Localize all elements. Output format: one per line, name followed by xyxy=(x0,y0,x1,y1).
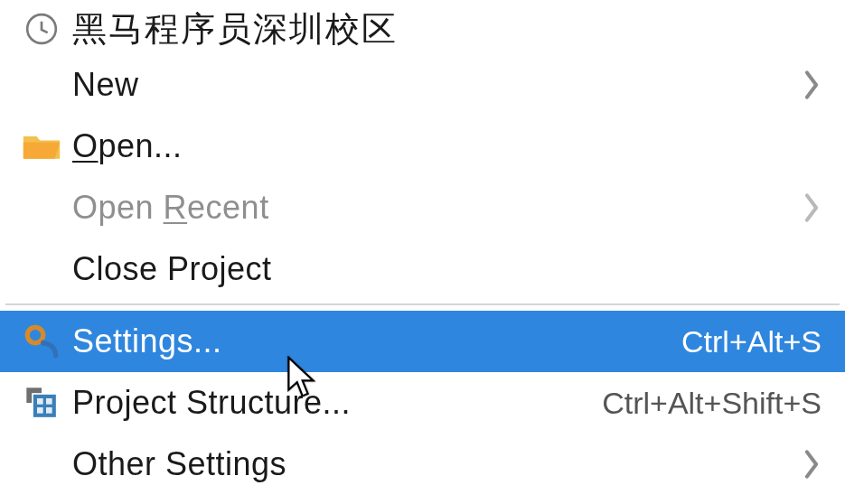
menu-item-label: 黑马程序员深圳校区 xyxy=(72,12,822,46)
menu-item-project-structure[interactable]: Project Structure... Ctrl+Alt+Shift+S xyxy=(0,372,845,434)
svg-rect-6 xyxy=(37,398,43,405)
menu-item-settings[interactable]: Settings... Ctrl+Alt+S xyxy=(0,311,845,372)
project-structure-icon xyxy=(11,372,72,434)
settings-icon xyxy=(11,311,72,372)
menu-item-open-recent[interactable]: Open Recent xyxy=(0,177,845,238)
menu-item-label: Project Structure... xyxy=(72,387,602,419)
menu-item-shortcut: Ctrl+Alt+Shift+S xyxy=(602,387,822,418)
menu-item-label: Other Settings xyxy=(72,448,802,481)
svg-rect-9 xyxy=(46,407,52,414)
svg-point-1 xyxy=(27,327,43,343)
menu-item-label: Settings... xyxy=(72,325,681,358)
menu-item-new[interactable]: New xyxy=(0,54,845,116)
menu-item-label: Close Project xyxy=(72,253,822,285)
svg-rect-8 xyxy=(37,407,43,414)
menu-item-shortcut: Ctrl+Alt+S xyxy=(681,326,822,357)
clock-icon xyxy=(11,0,72,60)
blank-icon xyxy=(11,54,72,116)
menu-item-open[interactable]: Open... xyxy=(0,116,845,177)
menu-item-recent-project[interactable]: 黑马程序员深圳校区 xyxy=(0,4,845,54)
chevron-right-icon xyxy=(802,192,822,223)
menu-item-label: Open Recent xyxy=(72,191,802,224)
svg-rect-7 xyxy=(46,398,52,405)
file-menu: 黑马程序员深圳校区 New Open... Open Recent Close … xyxy=(0,0,845,504)
chevron-right-icon xyxy=(802,449,822,480)
menu-item-label: New xyxy=(72,69,802,101)
menu-item-label: Open... xyxy=(72,130,822,163)
menu-item-other-settings[interactable]: Other Settings xyxy=(0,434,845,495)
svg-point-2 xyxy=(41,341,46,346)
folder-icon xyxy=(11,116,72,177)
blank-icon xyxy=(11,177,72,238)
svg-rect-4 xyxy=(33,394,57,418)
blank-icon xyxy=(11,238,72,300)
menu-divider xyxy=(5,303,840,305)
blank-icon xyxy=(11,434,72,495)
chevron-right-icon xyxy=(802,70,822,100)
menu-item-close-project[interactable]: Close Project xyxy=(0,238,845,300)
